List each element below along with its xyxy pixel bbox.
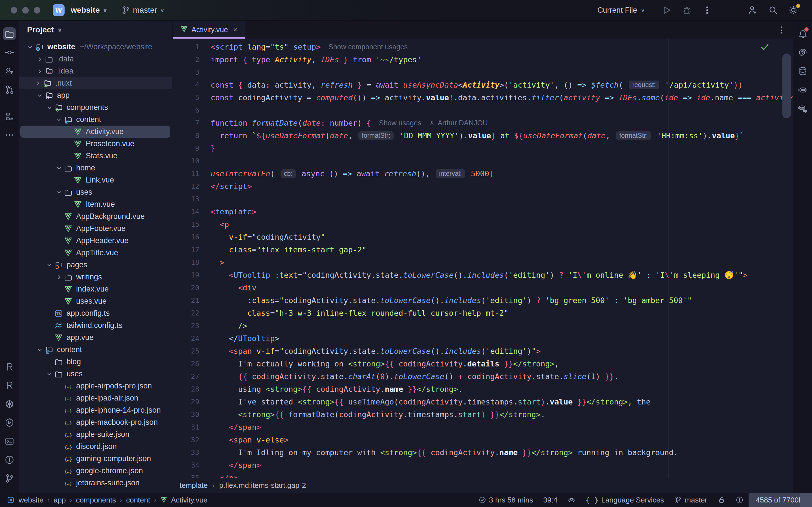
code-line-30[interactable]: 30 <strong>{{ formatDate(codingActivity.… [172,408,793,421]
search-everywhere-button[interactable] [767,4,779,16]
code-line-9[interactable]: 9} [172,142,793,155]
code-line-31[interactable]: 31 </span> [172,421,793,434]
code-line-17[interactable]: 17 class="flex items-start gap-2" [172,243,793,256]
breadcrumb-element[interactable]: p.flex.md:items-start.gap-2 [219,481,306,490]
tree-item-apptitle.vue[interactable]: AppTitle.vue [20,247,170,259]
tree-item-pages[interactable]: pages [20,259,170,271]
tree-item-apple-macbook-pro.json[interactable]: {…}apple-macbook-pro.json [20,416,170,429]
tree-item-uses[interactable]: uses [20,368,170,380]
tree-item-apple-airpods-pro.json[interactable]: {…}apple-airpods-pro.json [20,380,170,392]
code-line-34[interactable]: 34 </span> [172,459,793,471]
chevron-down-icon[interactable] [45,105,54,111]
chevron-right-icon[interactable] [54,274,64,280]
editor-scrollbar[interactable] [782,54,791,118]
database-tool-icon[interactable] [796,64,809,77]
code-vision-author[interactable]: Arthur DANJOU [429,119,488,127]
project-tool-icon[interactable] [3,27,16,40]
status-crumb-app[interactable]: app [54,496,66,504]
tree-item-google-chrome.json[interactable]: {…}google-chrome.json [20,465,170,477]
assistant-chat-icon[interactable] [796,102,809,115]
code-line-18[interactable]: 18 > [172,256,793,269]
code-line-8[interactable]: 8 return `${useDateFormat(date, formatSt… [172,129,793,142]
tree-item-gaming-computer.json[interactable]: {…}gaming-computer.json [20,453,170,465]
inspections-ok-icon[interactable] [760,42,769,53]
code-line-16[interactable]: 16 v-if="codingActivity" [172,231,793,243]
code-line-1[interactable]: 1<script lang="ts" setup>Show component … [172,41,793,53]
tree-item-uses[interactable]: uses [20,186,170,198]
run-button[interactable] [661,4,672,16]
tree-item-app.vue[interactable]: app.vue [20,332,170,344]
chevron-right-icon[interactable] [35,56,45,62]
code-line-13[interactable]: 13 [172,193,793,205]
code-line-5[interactable]: 5const codingActivity = computed(() => a… [172,91,793,104]
chevron-down-icon[interactable] [35,347,45,353]
code-line-25[interactable]: 25 <span v-if="codingActivity.state.toLo… [172,345,793,357]
chevron-down-icon[interactable] [54,189,64,195]
tree-item-proseicon.vue[interactable]: ProseIcon.vue [20,138,170,150]
graphql-tool-icon[interactable] [3,397,16,410]
tree-item-tailwind.config.ts[interactable]: tailwind.config.ts [20,320,170,332]
tree-item-apple-iphone-14-pro.json[interactable]: {…}apple-iphone-14-pro.json [20,404,170,416]
structure-tool-icon[interactable] [3,110,16,123]
tree-item-.idea[interactable]: IJ.idea [20,65,170,77]
tree-item-content[interactable]: content [20,114,170,126]
more-tools-icon[interactable] [3,128,16,142]
plugin-r-top-icon[interactable] [3,360,16,373]
tree-item-home[interactable]: home [20,162,170,174]
tree-item-appheader.vue[interactable]: AppHeader.vue [20,235,170,247]
caret-position[interactable]: 39:4 [543,496,558,504]
support-tool-icon[interactable]: ? [3,64,16,77]
more-actions-button[interactable] [702,4,713,16]
code-line-28[interactable]: 28 using <strong>{{ codingActivity.name … [172,383,793,395]
pull-requests-tool-icon[interactable] [3,83,16,96]
status-crumb-components[interactable]: components [76,496,116,504]
terminal-tool-icon[interactable] [3,435,16,448]
tree-item-discord.json[interactable]: {…}discord.json [20,441,170,453]
code-vision-hint[interactable]: Show usages [379,119,421,127]
code-line-10[interactable]: 10 [172,155,793,167]
copilot-status[interactable] [567,496,575,504]
tree-item-stats.vue[interactable]: Stats.vue [20,150,170,162]
code-with-me-button[interactable] [747,4,758,16]
code-line-20[interactable]: 20 <div [172,281,793,294]
tree-item-components[interactable]: components [20,101,170,114]
chevron-down-icon[interactable] [26,44,35,50]
code-line-29[interactable]: 29 I've started <strong>{{ useTimeAgo(co… [172,395,793,408]
breadcrumb-template[interactable]: template [180,481,208,490]
tree-item-appfooter.vue[interactable]: AppFooter.vue [20,223,170,235]
tree-item-appbackground.vue[interactable]: AppBackground.vue [20,210,170,223]
code-line-33[interactable]: 33 I'm Idling on my computer with <stron… [172,446,793,459]
git-tool-icon[interactable] [3,472,16,485]
tree-item-jetbrains-suite.json[interactable]: {…}jetbrains-suite.json [20,477,170,489]
tree-item-activity.vue[interactable]: Activity.vue [20,126,170,138]
code-line-23[interactable]: 23 /> [172,320,793,332]
project-selector[interactable]: website ∨ [71,6,108,15]
tree-item-content[interactable]: content [20,344,170,356]
problems-tool-icon[interactable] [3,453,16,466]
tree-item-apple-ipad-air.json[interactable]: {…}apple-ipad-air.json [20,392,170,404]
status-crumb-activityvue[interactable]: Activity.vue [171,496,208,504]
chevron-down-icon[interactable] [45,371,54,377]
settings-button[interactable] [788,4,799,16]
minimize-window-button[interactable] [22,7,29,13]
code-line-7[interactable]: 7function formatDate(date: number) {Show… [172,117,793,129]
tree-item-app.config.ts[interactable]: TSapp.config.ts [20,307,170,320]
chevron-down-icon[interactable] [35,93,45,99]
plugin-r-bottom-icon[interactable] [3,379,16,392]
code-line-35[interactable]: 35 </p> [172,471,793,478]
code-line-15[interactable]: 15 <p [172,218,793,231]
tree-item-blog[interactable]: blog [20,356,170,368]
chevron-down-icon[interactable] [54,117,64,123]
tree-item-.nuxt[interactable]: .nuxt [18,77,172,89]
close-window-button[interactable] [11,7,17,13]
tree-item-apple-suite.json[interactable]: {…}apple-suite.json [20,429,170,441]
chevron-right-icon[interactable] [35,68,45,74]
memory-indicator[interactable]: 4585 of 7700M [749,493,812,507]
code-vision-hint[interactable]: Show component usages [328,43,408,51]
code-line-12[interactable]: 12</script> [172,180,793,193]
wakatime-status[interactable]: 3 hrs 58 mins [478,496,533,504]
code-line-24[interactable]: 24 </UTooltip> [172,332,793,345]
code-line-21[interactable]: 21 :class="codingActivity.state.toLowerC… [172,294,793,307]
chevron-down-icon[interactable] [54,165,64,171]
tab-options-icon[interactable]: ⋮ [777,25,786,35]
